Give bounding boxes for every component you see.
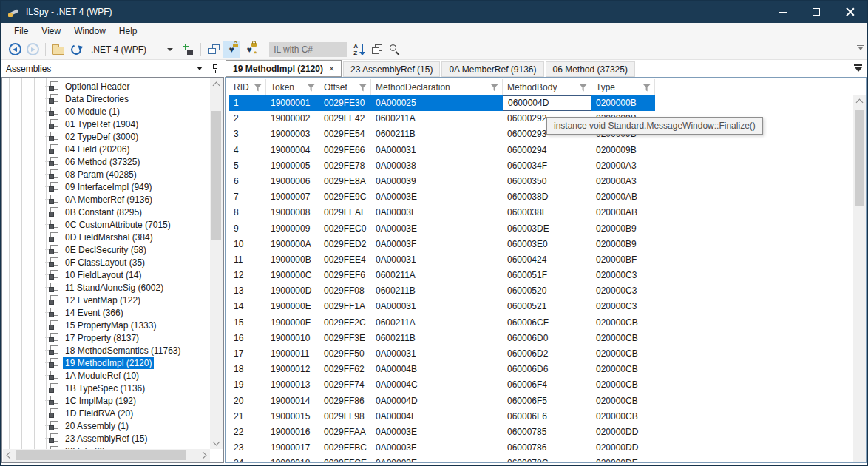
add-assembly-list-button[interactable]: [179, 41, 197, 58]
cell-type[interactable]: 020000A3: [591, 174, 655, 189]
cell-type[interactable]: 020000BF: [591, 252, 655, 268]
table-row[interactable]: 17190000110029FF500A000031060006D2020000…: [229, 346, 852, 362]
cell-type[interactable]: 020000DD: [591, 425, 655, 440]
tab-0a-memberref-(9136)[interactable]: 0A MemberRef (9136): [441, 61, 543, 77]
table-row[interactable]: 16190000100029FF3E0600211B060006D0020000…: [229, 331, 852, 346]
forward-button[interactable]: [24, 41, 41, 58]
cell-token[interactable]: 1900000A: [266, 237, 319, 252]
menu-item-file[interactable]: File: [7, 23, 35, 39]
cell-type[interactable]: 020000DE: [591, 456, 655, 462]
cell-offset[interactable]: 0029FF3E: [319, 331, 371, 346]
tree-vertical-scrollbar[interactable]: [210, 78, 223, 449]
tree-item[interactable]: 10 FieldLayout (14): [3, 269, 210, 281]
cell-methoddeclaration[interactable]: 0600211B: [371, 283, 503, 299]
cell-offset[interactable]: 0029FE8A: [319, 174, 371, 189]
cell-token[interactable]: 19000002: [266, 111, 319, 126]
cell-token[interactable]: 1900000D: [266, 283, 319, 299]
table-row[interactable]: 141900000E0029FF1A0A00003106000521020000…: [229, 299, 852, 314]
cell-methoddeclaration[interactable]: 0A000031: [371, 346, 503, 362]
cell-type[interactable]: 020000CB: [591, 331, 655, 346]
table-row[interactable]: 131900000D0029FF080600211B06000520020000…: [229, 283, 852, 299]
cell-token[interactable]: 1900000B: [266, 252, 319, 268]
cell-offset[interactable]: 0029FE42: [319, 111, 371, 126]
cell-type[interactable]: 020000CB: [591, 362, 655, 377]
tree-item[interactable]: 0E DeclSecurity (58): [3, 243, 210, 256]
tree-item[interactable]: 0A MemberRef (9136): [3, 193, 210, 206]
table-row[interactable]: 111900000B0029FEE40A00003106000424020000…: [229, 252, 852, 268]
table-row[interactable]: 6190000060029FE8A0A00003906000350020000A…: [229, 174, 852, 189]
cell-token[interactable]: 1900000F: [266, 315, 319, 331]
cell-methoddeclaration[interactable]: 0A000039: [371, 174, 503, 189]
cell-type[interactable]: 020000DD: [591, 440, 655, 456]
cell-token[interactable]: 1900000C: [266, 268, 319, 283]
assembly-list-dropdown[interactable]: .NET 4 (WPF): [87, 41, 177, 58]
tree-horizontal-scrollbar[interactable]: [3, 449, 210, 462]
show-public-only-toggle[interactable]: ♥: [223, 41, 240, 58]
column-header-rid[interactable]: RID: [229, 79, 266, 95]
cell-methodbody[interactable]: 0600004D: [503, 95, 591, 111]
open-file-button[interactable]: [50, 41, 67, 58]
cell-offset[interactable]: 0029FF2C: [319, 315, 371, 331]
cell-rid[interactable]: 3: [229, 126, 266, 142]
cell-methoddeclaration[interactable]: 0A000031: [371, 252, 503, 268]
cell-token[interactable]: 19000018: [266, 456, 319, 462]
cell-offset[interactable]: 0029FEF6: [319, 268, 371, 283]
tree-item[interactable]: 04 Field (20206): [3, 143, 210, 155]
cell-offset[interactable]: 0029FFAA: [319, 425, 371, 440]
cell-token[interactable]: 19000013: [266, 377, 319, 393]
cell-methoddeclaration[interactable]: 0A00003E: [371, 456, 503, 462]
cell-type[interactable]: 020000CB: [591, 315, 655, 331]
filter-funnel-icon[interactable]: [643, 84, 651, 94]
table-row[interactable]: 20190000140029FF860A00004D060006F5020000…: [229, 394, 852, 409]
table-row[interactable]: 18190000120029FF620A00004B060006D6020000…: [229, 362, 852, 377]
cell-token[interactable]: 19000006: [266, 174, 319, 189]
cell-token[interactable]: 19000012: [266, 362, 319, 377]
tree-hscroll-thumb[interactable]: [16, 450, 186, 460]
column-header-methodbody[interactable]: MethodBody: [503, 79, 591, 95]
filter-funnel-icon[interactable]: [254, 84, 262, 94]
cell-offset[interactable]: 0029FE66: [319, 143, 371, 158]
cell-methodbody[interactable]: 0600051F: [503, 268, 591, 283]
cell-token[interactable]: 1900000E: [266, 299, 319, 314]
cell-token[interactable]: 19000009: [266, 221, 319, 237]
tree-item[interactable]: 19 MethodImpl (2120): [3, 357, 210, 369]
cell-rid[interactable]: 12: [229, 268, 266, 283]
maximize-button[interactable]: [799, 1, 833, 23]
scroll-up-icon[interactable]: [856, 99, 864, 107]
cell-methodbody[interactable]: 06000294: [503, 143, 591, 158]
cell-methoddeclaration[interactable]: 0A00003E: [371, 189, 503, 205]
cell-offset[interactable]: 0029FE30: [319, 95, 371, 111]
tree-item[interactable]: 18 MethodSemantics (11763): [3, 344, 210, 357]
cell-methodbody[interactable]: 06000350: [503, 174, 591, 189]
tree-item[interactable]: 15 PropertyMap (1333): [3, 319, 210, 331]
cell-rid[interactable]: 6: [229, 174, 266, 189]
cell-type[interactable]: 020000CB: [591, 409, 655, 425]
cell-rid[interactable]: 24: [229, 456, 266, 462]
scroll-right-icon[interactable]: [200, 452, 207, 459]
filter-funnel-icon[interactable]: [580, 84, 587, 94]
column-header-offset[interactable]: Offset: [319, 79, 371, 95]
tab-close-icon[interactable]: ×: [329, 64, 334, 74]
table-scroll-thumb[interactable]: [855, 110, 864, 206]
column-header-token[interactable]: Token: [266, 79, 319, 95]
cell-token[interactable]: 19000010: [266, 331, 319, 346]
cell-offset[interactable]: 0029FEC0: [319, 221, 371, 237]
pin-icon[interactable]: [211, 64, 220, 73]
cell-offset[interactable]: 0029FED2: [319, 237, 371, 252]
cell-methodbody[interactable]: 060006D2: [503, 346, 591, 362]
cell-type[interactable]: 020000CB: [591, 394, 655, 409]
tree-item[interactable]: 1A ModuleRef (10): [3, 369, 210, 382]
cell-offset[interactable]: 0029FF62: [319, 362, 371, 377]
tree-item[interactable]: 0B Constant (8295): [3, 206, 210, 218]
tree-item[interactable]: 14 Event (366): [3, 306, 210, 319]
cell-methoddeclaration[interactable]: 0A00003F: [371, 440, 503, 456]
cell-methodbody[interactable]: 060006D6: [503, 362, 591, 377]
cell-offset[interactable]: 0029FEAE: [319, 205, 371, 220]
cell-methoddeclaration[interactable]: 0600211B: [371, 331, 503, 346]
table-row[interactable]: 5190000050029FE780A0000380600034F020000A…: [229, 158, 852, 174]
tab-23-assemblyref-(15)[interactable]: 23 AssemblyRef (15): [343, 61, 440, 77]
tree-item[interactable]: 11 StandAloneSig (6002): [3, 281, 210, 294]
back-button[interactable]: [6, 41, 24, 58]
table-row[interactable]: 9190000090029FEC00A00003E060003DE020000B…: [229, 221, 852, 237]
cell-offset[interactable]: 0029FF98: [319, 409, 371, 425]
